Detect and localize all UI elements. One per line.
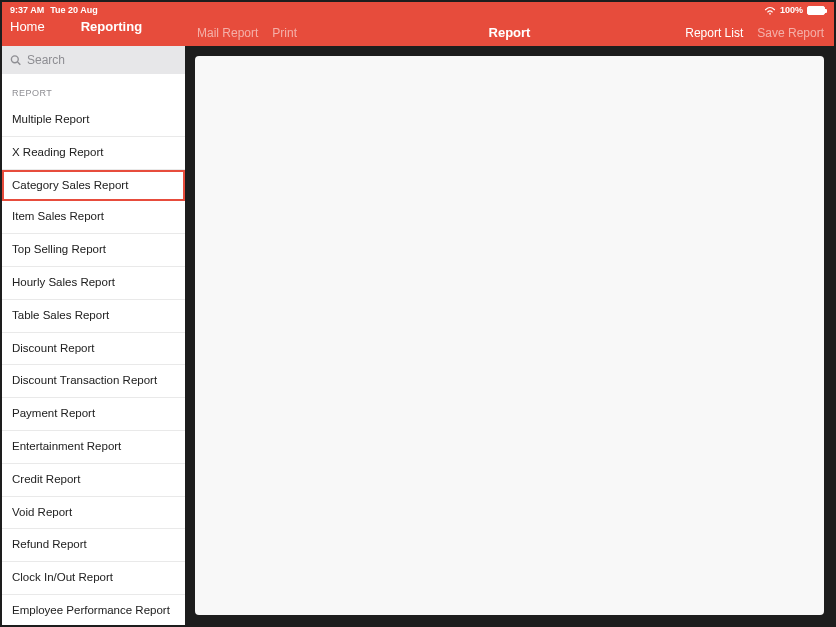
report-list[interactable]: Multiple ReportX Reading ReportCategory …	[2, 104, 185, 625]
report-item[interactable]: Discount Report	[2, 333, 185, 366]
sidebar-header: 9:37 AM Tue 20 Aug Home Reporting	[2, 2, 185, 46]
report-item[interactable]: Credit Report	[2, 464, 185, 497]
report-item[interactable]: Refund Report	[2, 529, 185, 562]
report-item[interactable]: Void Report	[2, 497, 185, 530]
report-list-button[interactable]: Report List	[685, 26, 743, 40]
report-item[interactable]: Clock In/Out Report	[2, 562, 185, 595]
status-bar-left: 9:37 AM Tue 20 Aug	[2, 2, 185, 15]
report-item[interactable]: Category Sales Report	[2, 170, 185, 202]
reports-section-header: REPORT	[2, 74, 185, 104]
report-canvas	[195, 56, 824, 615]
report-item[interactable]: Payment Report	[2, 398, 185, 431]
report-item[interactable]: Hourly Sales Report	[2, 267, 185, 300]
svg-line-1	[18, 62, 21, 65]
search-bar[interactable]	[2, 46, 185, 74]
sidebar: 9:37 AM Tue 20 Aug Home Reporting REPORT…	[2, 2, 185, 625]
svg-point-0	[11, 56, 18, 63]
mail-report-button[interactable]: Mail Report	[197, 26, 258, 40]
svg-point-2	[769, 12, 771, 14]
print-button[interactable]: Print	[272, 26, 297, 40]
report-item[interactable]: Item Sales Report	[2, 201, 185, 234]
page-title: Reporting	[81, 19, 142, 34]
search-icon	[10, 54, 21, 66]
battery-percent: 100%	[780, 5, 803, 15]
status-bar-right: 100%	[764, 5, 825, 15]
main-panel: 100% Mail Report Print Report Report Lis…	[185, 2, 834, 625]
battery-icon	[807, 6, 825, 15]
status-time: 9:37 AM	[10, 5, 44, 15]
report-item[interactable]: X Reading Report	[2, 137, 185, 170]
report-item[interactable]: Employee Performance Report	[2, 595, 185, 625]
report-item[interactable]: Entertainment Report	[2, 431, 185, 464]
wifi-icon	[764, 6, 776, 15]
content-wrap	[185, 46, 834, 625]
nav-row: Home Reporting	[2, 15, 185, 40]
report-item[interactable]: Table Sales Report	[2, 300, 185, 333]
report-item[interactable]: Top Selling Report	[2, 234, 185, 267]
home-button[interactable]: Home	[10, 19, 45, 34]
main-header: 100% Mail Report Print Report Report Lis…	[185, 2, 834, 46]
status-date: Tue 20 Aug	[50, 5, 98, 15]
app-root: 9:37 AM Tue 20 Aug Home Reporting REPORT…	[2, 2, 834, 625]
main-title: Report	[489, 25, 531, 40]
report-item[interactable]: Multiple Report	[2, 104, 185, 137]
report-item[interactable]: Discount Transaction Report	[2, 365, 185, 398]
save-report-button[interactable]: Save Report	[757, 26, 824, 40]
header-right: Report List Save Report	[685, 26, 824, 40]
header-left: Mail Report Print	[197, 26, 297, 40]
search-input[interactable]	[27, 53, 177, 67]
